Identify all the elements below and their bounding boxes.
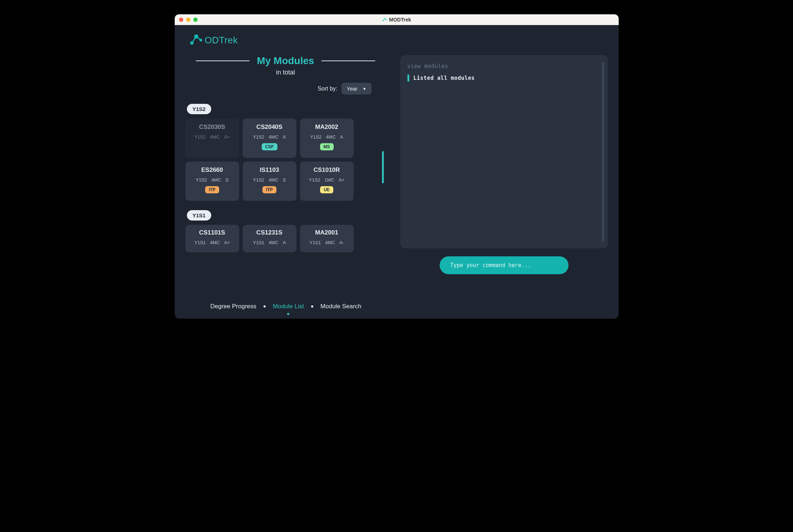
modules-panel: My Modules in total Sort by: Year ▼ Y1S2… xyxy=(185,55,386,274)
maximize-window-button[interactable] xyxy=(193,18,198,22)
module-meta: Y1S21MCA+ xyxy=(303,177,351,183)
module-meta: Y1S24MCS xyxy=(188,177,236,183)
module-code: MA2001 xyxy=(303,229,351,236)
nav-separator-dot xyxy=(311,305,313,308)
command-input[interactable] xyxy=(440,256,569,274)
minimize-window-button[interactable] xyxy=(186,18,190,22)
header-line-left xyxy=(196,61,250,61)
console-scrollbar[interactable] xyxy=(602,62,604,242)
module-card[interactable]: CS1231SY1S14MCA xyxy=(243,225,296,252)
module-card[interactable]: CS2030SY1S24MCA+ xyxy=(185,119,239,158)
chevron-down-icon: ▼ xyxy=(363,87,367,91)
module-card-grid: CS1101SY1S14MCA+CS1231SY1S14MCAMA2001Y1S… xyxy=(185,225,375,252)
app-window: MODTrek ODTrek My Modules in total Sort … xyxy=(175,14,619,319)
section-pill: Y1S1 xyxy=(187,210,212,221)
module-code: IS1103 xyxy=(246,166,294,174)
nav-module-list[interactable]: Module List xyxy=(273,303,304,310)
bottom-nav: Degree Progress Module List Module Searc… xyxy=(211,303,362,310)
header-line-right xyxy=(321,61,375,61)
module-card[interactable]: CS2040SY1S24MCACSF xyxy=(243,119,296,158)
module-card[interactable]: MA2001Y1S14MCA- xyxy=(300,225,354,252)
module-meta: Y1S24MCA xyxy=(303,134,351,140)
module-meta: Y1S14MCA+ xyxy=(188,240,236,245)
console-column: view modules Listed all modules xyxy=(400,55,608,274)
nav-degree-progress[interactable]: Degree Progress xyxy=(211,303,257,310)
page-title: My Modules xyxy=(257,55,314,67)
module-meta: Y1S24MCS xyxy=(246,177,294,183)
module-meta: Y1S24MCA xyxy=(246,134,294,140)
module-code: CS2030S xyxy=(188,124,236,131)
module-code: ES2660 xyxy=(188,166,236,174)
module-code: CS1231S xyxy=(246,229,294,236)
console-result-text: Listed all modules xyxy=(414,75,475,81)
logo: ODTrek xyxy=(189,32,608,48)
console-panel: view modules Listed all modules xyxy=(400,55,608,248)
page-subtitle: in total xyxy=(185,69,386,76)
module-code: MA2002 xyxy=(303,124,351,131)
module-card[interactable]: MA2002Y1S24MCAMS xyxy=(300,119,354,158)
close-window-button[interactable] xyxy=(179,18,183,22)
module-card[interactable]: ES2660Y1S24MCSITP xyxy=(185,161,239,201)
module-code: CS1101S xyxy=(188,229,236,236)
window-title: MODTrek xyxy=(382,17,411,23)
logo-text: ODTrek xyxy=(205,35,238,46)
traffic-lights xyxy=(179,18,198,22)
module-meta: Y1S24MCA+ xyxy=(188,134,236,140)
console-result-row: Listed all modules xyxy=(407,74,601,82)
module-card[interactable]: CS1010RY1S21MCA+UE xyxy=(300,161,354,201)
section-pill: Y1S2 xyxy=(187,104,212,114)
sort-dropdown[interactable]: Year ▼ xyxy=(342,83,371,95)
module-card[interactable]: CS1101SY1S14MCA+ xyxy=(185,225,239,252)
module-tag: UE xyxy=(320,186,333,193)
window-title-text: MODTrek xyxy=(389,17,411,23)
nav-separator-dot xyxy=(263,305,266,308)
modules-scroll-area[interactable]: Y1S2CS2030SY1S24MCA+CS2040SY1S24MCACSFMA… xyxy=(185,101,386,258)
module-card-grid: CS2030SY1S24MCA+CS2040SY1S24MCACSFMA2002… xyxy=(185,119,375,201)
logo-icon xyxy=(189,32,203,48)
module-meta: Y1S14MCA- xyxy=(303,240,351,245)
result-indicator-bar xyxy=(407,74,409,82)
module-code: CS1010R xyxy=(303,166,351,174)
module-tag: ITP xyxy=(262,186,276,193)
scrollbar-thumb[interactable] xyxy=(382,151,384,183)
module-meta: Y1S14MCA xyxy=(246,240,294,245)
module-card[interactable]: IS1103Y1S24MCSITP xyxy=(243,161,296,201)
app-body: ODTrek My Modules in total Sort by: Year… xyxy=(175,25,619,319)
module-tag: CSF xyxy=(262,143,277,150)
module-tag: MS xyxy=(320,143,334,150)
titlebar: MODTrek xyxy=(175,14,619,25)
console-command: view modules xyxy=(407,63,601,69)
nav-module-search[interactable]: Module Search xyxy=(320,303,361,310)
sort-label: Sort by: xyxy=(318,86,337,92)
module-tag: ITP xyxy=(205,186,219,193)
module-code: CS2040S xyxy=(246,124,294,131)
app-icon xyxy=(382,17,387,23)
sort-selected-value: Year xyxy=(347,86,357,92)
